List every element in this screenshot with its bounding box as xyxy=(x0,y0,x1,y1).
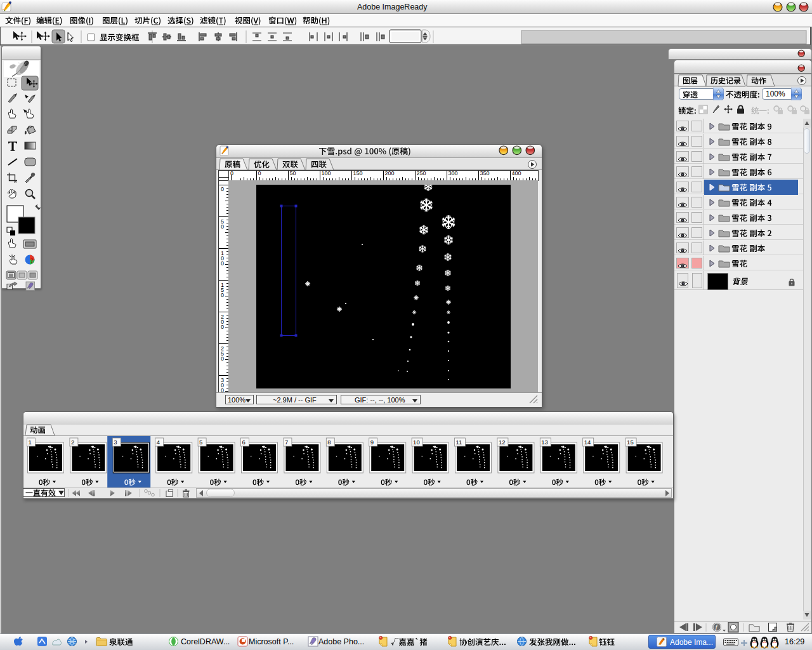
svg-text:?: ? xyxy=(30,257,34,264)
